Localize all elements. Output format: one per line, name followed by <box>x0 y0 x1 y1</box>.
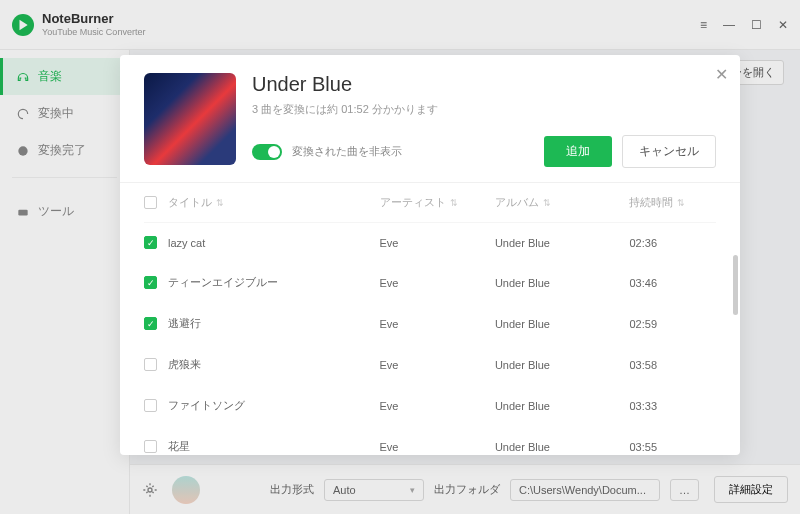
table-row[interactable]: ✓ 逃避行 Eve Under Blue 02:59 <box>144 303 716 344</box>
track-title: 花星 <box>168 439 380 454</box>
sort-icon: ⇅ <box>677 198 685 208</box>
track-title: ティーンエイジブルー <box>168 275 380 290</box>
track-album: Under Blue <box>495 277 630 289</box>
track-album: Under Blue <box>495 318 630 330</box>
track-album: Under Blue <box>495 359 630 371</box>
table-row[interactable]: ✓ lazy cat Eve Under Blue 02:36 <box>144 223 716 262</box>
track-title: ファイトソング <box>168 398 380 413</box>
track-album: Under Blue <box>495 237 630 249</box>
track-album: Under Blue <box>495 400 630 412</box>
track-title: 逃避行 <box>168 316 380 331</box>
cancel-button[interactable]: キャンセル <box>622 135 716 168</box>
track-album: Under Blue <box>495 441 630 453</box>
track-artist: Eve <box>380 277 495 289</box>
col-title[interactable]: タイトル⇅ <box>168 195 380 210</box>
track-artist: Eve <box>380 318 495 330</box>
track-checkbox[interactable]: ✓ <box>144 317 157 330</box>
sort-icon: ⇅ <box>450 198 458 208</box>
track-checkbox[interactable] <box>144 399 157 412</box>
col-album[interactable]: アルバム⇅ <box>495 195 630 210</box>
modal-close-button[interactable]: ✕ <box>715 65 728 84</box>
track-checkbox[interactable]: ✓ <box>144 236 157 249</box>
table-row[interactable]: ファイトソング Eve Under Blue 03:33 <box>144 385 716 426</box>
track-artist: Eve <box>380 441 495 453</box>
track-duration: 03:46 <box>629 277 716 289</box>
table-row[interactable]: 花星 Eve Under Blue 03:55 <box>144 426 716 455</box>
track-duration: 02:36 <box>629 237 716 249</box>
track-artist: Eve <box>380 400 495 412</box>
sort-icon: ⇅ <box>216 198 224 208</box>
track-duration: 03:58 <box>629 359 716 371</box>
col-artist[interactable]: アーティスト⇅ <box>380 195 495 210</box>
track-artist: Eve <box>380 359 495 371</box>
table-row[interactable]: 虎狼来 Eve Under Blue 03:58 <box>144 344 716 385</box>
sort-icon: ⇅ <box>543 198 551 208</box>
track-checkbox[interactable] <box>144 440 157 453</box>
track-checkbox[interactable] <box>144 358 157 371</box>
scrollbar[interactable] <box>733 255 738 315</box>
add-tracks-modal: ✕ Under Blue 3 曲を変換には約 01:52 分かかります 変換され… <box>120 55 740 455</box>
track-checkbox[interactable]: ✓ <box>144 276 157 289</box>
col-duration[interactable]: 持続時間⇅ <box>629 195 716 210</box>
conversion-estimate: 3 曲を変換には約 01:52 分かかります <box>252 102 716 117</box>
track-title: lazy cat <box>168 237 380 249</box>
toggle-label: 変換された曲を非表示 <box>292 144 534 159</box>
tracks-table: タイトル⇅ アーティスト⇅ アルバム⇅ 持続時間⇅ ✓ lazy cat Eve… <box>120 183 740 455</box>
select-all-checkbox[interactable] <box>144 196 157 209</box>
album-art <box>144 73 236 165</box>
album-title: Under Blue <box>252 73 716 96</box>
track-title: 虎狼来 <box>168 357 380 372</box>
add-button[interactable]: 追加 <box>544 136 612 167</box>
track-duration: 03:55 <box>629 441 716 453</box>
table-row[interactable]: ✓ ティーンエイジブルー Eve Under Blue 03:46 <box>144 262 716 303</box>
hide-converted-toggle[interactable] <box>252 144 282 160</box>
track-artist: Eve <box>380 237 495 249</box>
track-duration: 03:33 <box>629 400 716 412</box>
track-duration: 02:59 <box>629 318 716 330</box>
